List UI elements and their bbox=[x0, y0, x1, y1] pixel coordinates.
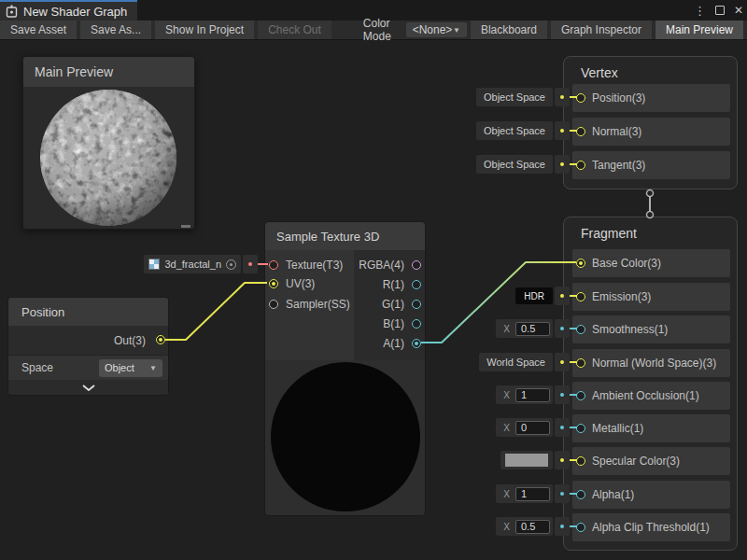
main-preview-body[interactable] bbox=[23, 87, 194, 230]
position-controls: Space Object ▼ bbox=[8, 356, 168, 380]
space-label: Space bbox=[21, 361, 53, 374]
tangent-space-pill[interactable]: Object Space bbox=[476, 155, 570, 174]
metallic-value-field[interactable]: 0 bbox=[515, 421, 550, 435]
maximize-icon[interactable] bbox=[715, 6, 725, 15]
blackboard-toggle-button[interactable]: Blackboard bbox=[471, 21, 547, 39]
base-color-slot: Base Color(3) bbox=[572, 249, 730, 277]
alpha-clip-input-port[interactable] bbox=[576, 523, 585, 532]
metallic-input-port[interactable] bbox=[576, 424, 585, 433]
a-output-row: A(1) bbox=[383, 336, 421, 351]
main-preview-toggle-button[interactable]: Main Preview bbox=[655, 21, 743, 39]
slot-label: Specular Color(3) bbox=[592, 455, 680, 468]
emission-hdr-widget[interactable]: HDR bbox=[515, 287, 570, 305]
graph-inspector-toggle-button[interactable]: Graph Inspector bbox=[551, 21, 652, 39]
position-space-pill[interactable]: Object Space bbox=[476, 88, 570, 106]
fragment-master-node[interactable]: Fragment Base Color(3) Emission(3) Smoot… bbox=[563, 217, 738, 551]
normal-ws-input-port[interactable] bbox=[576, 358, 585, 368]
slot-label: UV(3) bbox=[286, 277, 315, 290]
port-connector bbox=[555, 484, 570, 503]
texture-object-field-group[interactable]: 3d_fractal_n bbox=[144, 255, 258, 273]
specular-color-input-port[interactable] bbox=[576, 456, 585, 466]
normal-space-pill-fragment[interactable]: World Space bbox=[479, 353, 570, 371]
port-connector bbox=[555, 319, 570, 338]
object-picker-icon[interactable] bbox=[226, 259, 236, 270]
ao-value-field[interactable]: 1 bbox=[515, 388, 550, 402]
port-connector bbox=[555, 287, 570, 305]
base-color-input-port[interactable] bbox=[576, 259, 585, 268]
main-preview-header[interactable]: Main Preview bbox=[23, 57, 194, 87]
pill-label: World Space bbox=[479, 353, 553, 371]
slot-label: Sampler(SS) bbox=[286, 298, 350, 311]
pill-label: Object Space bbox=[476, 88, 553, 106]
save-as-button[interactable]: Save As... bbox=[80, 21, 151, 39]
save-asset-button[interactable]: Save Asset bbox=[0, 21, 77, 39]
normal-world-space-slot: Normal (World Space)(3) bbox=[572, 349, 730, 377]
position-out-port[interactable] bbox=[156, 335, 165, 344]
kebab-menu-icon[interactable]: ⋮ bbox=[694, 5, 706, 17]
slot-label: Normal (World Space)(3) bbox=[592, 357, 716, 370]
position-node[interactable]: Position Out(3) Space Object ▼ bbox=[7, 297, 169, 396]
r-output-port[interactable] bbox=[412, 280, 421, 289]
specular-color-widget[interactable] bbox=[500, 451, 570, 469]
smoothness-input-port[interactable] bbox=[576, 325, 585, 334]
normal-space-pill[interactable]: Object Space bbox=[476, 121, 570, 140]
a-output-port[interactable] bbox=[412, 339, 421, 348]
slot-label: Alpha Clip Threshold(1) bbox=[592, 521, 710, 534]
port-connector bbox=[555, 517, 570, 536]
x-axis-label: X bbox=[503, 390, 510, 400]
alpha-value-field[interactable]: 1 bbox=[515, 487, 550, 501]
graph-canvas[interactable]: Vertex Position(3) Normal(3) Tangent(3) … bbox=[0, 40, 747, 560]
sample-texture-3d-node[interactable]: Sample Texture 3D Texture(T3) UV(3) Samp… bbox=[264, 221, 426, 516]
sampler-input-port[interactable] bbox=[269, 300, 278, 309]
vertex-master-node[interactable]: Vertex Position(3) Normal(3) Tangent(3) bbox=[563, 56, 738, 189]
smoothness-value-field[interactable]: 0.5 bbox=[515, 322, 550, 336]
uv-input-port[interactable] bbox=[269, 279, 278, 288]
ambient-occlusion-value-widget[interactable]: X1 bbox=[496, 385, 570, 404]
alpha-clip-value-widget[interactable]: X0.5 bbox=[496, 517, 570, 536]
hdr-color-field[interactable]: HDR bbox=[515, 287, 553, 304]
texture-object-field[interactable]: 3d_fractal_n bbox=[144, 255, 241, 273]
x-axis-label: X bbox=[503, 324, 510, 334]
emission-slot: Emission(3) bbox=[572, 283, 730, 311]
collapse-strip[interactable] bbox=[8, 380, 168, 396]
metallic-slot: Metallic(1) bbox=[572, 414, 730, 442]
slot-label: A(1) bbox=[383, 337, 404, 350]
metallic-value-widget[interactable]: X0 bbox=[496, 418, 570, 437]
uv-input-row: UV(3) bbox=[269, 276, 315, 291]
alpha-value-widget[interactable]: X1 bbox=[496, 484, 570, 503]
alpha-clip-threshold-slot: Alpha Clip Threshold(1) bbox=[572, 513, 730, 541]
color-mode-dropdown[interactable]: <None> ▼ bbox=[406, 22, 467, 37]
texture-3d-icon bbox=[148, 259, 160, 270]
emission-input-port[interactable] bbox=[576, 292, 585, 301]
resize-handle[interactable] bbox=[181, 225, 190, 228]
port-connector bbox=[243, 255, 258, 273]
close-icon[interactable]: ✕ bbox=[734, 5, 743, 16]
color-swatch[interactable] bbox=[505, 454, 548, 467]
chevron-down-icon bbox=[82, 385, 95, 391]
rgba-output-row: RGBA(4) bbox=[359, 258, 421, 273]
texture-input-port[interactable] bbox=[269, 260, 278, 270]
alpha-clip-value-field[interactable]: 0.5 bbox=[515, 520, 550, 534]
main-preview-window: Main Preview bbox=[22, 56, 195, 230]
normal-input-port[interactable] bbox=[576, 127, 585, 136]
b-output-port[interactable] bbox=[412, 319, 421, 329]
specular-color-slot: Specular Color(3) bbox=[572, 447, 730, 475]
space-dropdown[interactable]: Object ▼ bbox=[99, 359, 162, 377]
ambient-occlusion-input-port[interactable] bbox=[576, 391, 585, 400]
port-connector bbox=[555, 451, 570, 469]
position-input-port[interactable] bbox=[576, 93, 585, 103]
tab-new-shader-graph[interactable]: New Shader Graph bbox=[0, 0, 137, 21]
r-output-row: R(1) bbox=[383, 277, 421, 292]
preview-sphere bbox=[23, 87, 195, 230]
chevron-down-icon: ▼ bbox=[149, 364, 157, 372]
tangent-input-port[interactable] bbox=[576, 161, 585, 170]
rgba-output-port[interactable] bbox=[412, 260, 421, 270]
show-in-project-button[interactable]: Show In Project bbox=[155, 21, 254, 39]
alpha-input-port[interactable] bbox=[576, 490, 585, 499]
pill-label: Object Space bbox=[476, 155, 553, 174]
smoothness-value-widget[interactable]: X0.5 bbox=[496, 319, 570, 338]
g-output-port[interactable] bbox=[412, 300, 421, 309]
slot-label: Position(3) bbox=[592, 91, 645, 105]
x-axis-label: X bbox=[503, 489, 510, 499]
color-mode-value: <None> bbox=[413, 23, 453, 36]
